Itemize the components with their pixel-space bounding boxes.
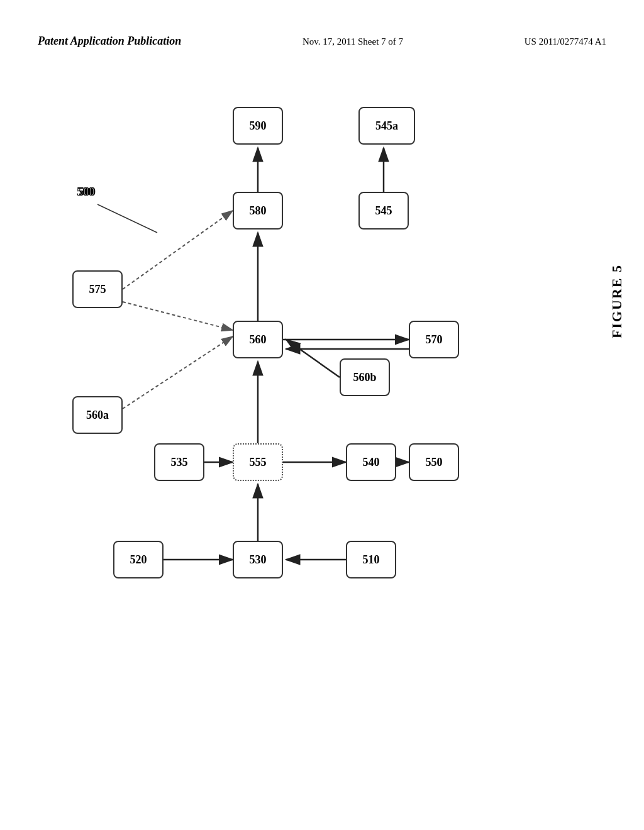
node-560b: 560b [340, 358, 390, 396]
node-510: 510 [346, 541, 396, 578]
svg-line-13 [123, 211, 233, 289]
node-535: 535 [154, 443, 204, 481]
page-header: Patent Application Publication Nov. 17, … [0, 35, 644, 48]
publication-date: Nov. 17, 2011 Sheet 7 of 7 [303, 36, 403, 47]
node-545a: 545a [358, 107, 415, 145]
svg-line-15 [123, 336, 233, 409]
node-545: 545 [358, 192, 409, 230]
node-560: 560 [233, 321, 283, 358]
patent-number: US 2011/0277474 A1 [525, 36, 606, 47]
node-530: 530 [233, 541, 283, 578]
node-555: 555 [233, 443, 283, 481]
node-590: 590 [233, 107, 283, 145]
node-520: 520 [113, 541, 164, 578]
svg-line-11 [286, 340, 340, 377]
node-560a: 560a [72, 396, 123, 434]
node-540: 540 [346, 443, 396, 481]
svg-line-14 [123, 302, 233, 330]
svg-line-16 [97, 204, 157, 233]
diagram: 500 [38, 88, 591, 780]
node-575: 575 [72, 270, 123, 308]
figure-label: FIGURE 5 [609, 264, 625, 338]
node-570: 570 [409, 321, 459, 358]
publication-title: Patent Application Publication [38, 35, 181, 48]
ref-500: 500 [77, 185, 94, 199]
node-580: 580 [233, 192, 283, 230]
diagram-arrows [38, 88, 591, 780]
node-550: 550 [409, 443, 459, 481]
